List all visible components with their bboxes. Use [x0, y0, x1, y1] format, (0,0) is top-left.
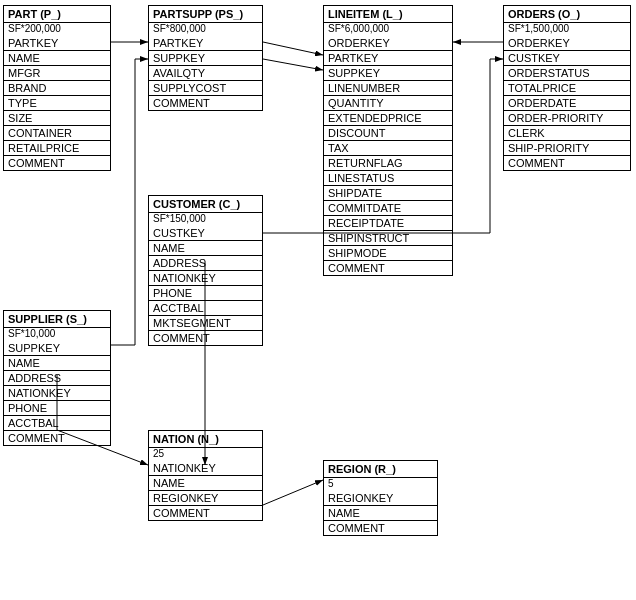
region-field-name: NAME	[324, 506, 437, 521]
lineitem-field-receiptdate: RECEIPTDATE	[324, 216, 452, 231]
partsupp-to-lineitem-partkey-arrow	[263, 42, 323, 55]
partsupp-table-header: PARTSUPP (PS_)	[149, 6, 262, 23]
nation-field-regionkey: REGIONKEY	[149, 491, 262, 506]
customer-table-sf: SF*150,000	[149, 213, 262, 226]
part-field-name: NAME	[4, 51, 110, 66]
nation-table-header: NATION (N_)	[149, 431, 262, 448]
lineitem-field-comment: COMMENT	[324, 261, 452, 275]
region-table-sf: 5	[324, 478, 437, 491]
lineitem-table-sf: SF*6,000,000	[324, 23, 452, 36]
partsupp-table-sf: SF*800,000	[149, 23, 262, 36]
part-table-sf: SF*200,000	[4, 23, 110, 36]
lineitem-field-linenumber: LINENUMBER	[324, 81, 452, 96]
customer-field-custkey: CUSTKEY	[149, 226, 262, 241]
orders-field-clerk: CLERK	[504, 126, 630, 141]
orders-field-orderkey: ORDERKEY	[504, 36, 630, 51]
region-field-regionkey: REGIONKEY	[324, 491, 437, 506]
partsupp-to-lineitem-suppkey-arrow	[263, 59, 323, 70]
part-field-retailprice: RETAILPRICE	[4, 141, 110, 156]
supplier-field-acctbal: ACCTBAL	[4, 416, 110, 431]
orders-field-orderpriority: ORDER-PRIORITY	[504, 111, 630, 126]
lineitem-field-extendedprice: EXTENDEDPRICE	[324, 111, 452, 126]
supplier-field-name: NAME	[4, 356, 110, 371]
supplier-field-phone: PHONE	[4, 401, 110, 416]
nation-to-region-regionkey-arrow	[263, 480, 323, 505]
orders-field-shippriority: SHIP-PRIORITY	[504, 141, 630, 156]
supplier-table: SUPPLIER (S_) SF*10,000 SUPPKEY NAME ADD…	[3, 310, 111, 446]
region-field-comment: COMMENT	[324, 521, 437, 535]
region-table-header: REGION (R_)	[324, 461, 437, 478]
part-field-size: SIZE	[4, 111, 110, 126]
nation-table-sf: 25	[149, 448, 262, 461]
part-field-brand: BRAND	[4, 81, 110, 96]
region-table: REGION (R_) 5 REGIONKEY NAME COMMENT	[323, 460, 438, 536]
orders-field-totalprice: TOTALPRICE	[504, 81, 630, 96]
lineitem-table: LINEITEM (L_) SF*6,000,000 ORDERKEY PART…	[323, 5, 453, 276]
partsupp-field-comment: COMMENT	[149, 96, 262, 110]
lineitem-field-suppkey: SUPPKEY	[324, 66, 452, 81]
supplier-table-header: SUPPLIER (S_)	[4, 311, 110, 328]
customer-field-name: NAME	[149, 241, 262, 256]
lineitem-field-shipdate: SHIPDATE	[324, 186, 452, 201]
supplier-field-suppkey: SUPPKEY	[4, 341, 110, 356]
supplier-to-partsupp-suppkey-arrow	[111, 59, 148, 345]
orders-field-custkey: CUSTKEY	[504, 51, 630, 66]
nation-table: NATION (N_) 25 NATIONKEY NAME REGIONKEY …	[148, 430, 263, 521]
supplier-table-sf: SF*10,000	[4, 328, 110, 341]
orders-table-header: ORDERS (O_)	[504, 6, 630, 23]
orders-field-comment: COMMENT	[504, 156, 630, 170]
customer-field-nationkey: NATIONKEY	[149, 271, 262, 286]
nation-field-comment: COMMENT	[149, 506, 262, 520]
partsupp-field-supplycost: SUPPLYCOST	[149, 81, 262, 96]
nation-field-nationkey: NATIONKEY	[149, 461, 262, 476]
part-field-mfgr: MFGR	[4, 66, 110, 81]
lineitem-field-discount: DISCOUNT	[324, 126, 452, 141]
orders-table-sf: SF*1,500,000	[504, 23, 630, 36]
partsupp-field-availqty: AVAILQTY	[149, 66, 262, 81]
lineitem-table-header: LINEITEM (L_)	[324, 6, 452, 23]
part-field-container: CONTAINER	[4, 126, 110, 141]
part-table: PART (P_) SF*200,000 PARTKEY NAME MFGR B…	[3, 5, 111, 171]
lineitem-field-commitdate: COMMITDATE	[324, 201, 452, 216]
supplier-field-address: ADDRESS	[4, 371, 110, 386]
part-table-header: PART (P_)	[4, 6, 110, 23]
lineitem-field-quantity: QUANTITY	[324, 96, 452, 111]
lineitem-field-returnflag: RETURNFLAG	[324, 156, 452, 171]
lineitem-field-shipmode: SHIPMODE	[324, 246, 452, 261]
part-field-comment: COMMENT	[4, 156, 110, 170]
supplier-field-nationkey: NATIONKEY	[4, 386, 110, 401]
customer-table-header: CUSTOMER (C_)	[149, 196, 262, 213]
lineitem-field-linestatus: LINESTATUS	[324, 171, 452, 186]
orders-field-orderstatus: ORDERSTATUS	[504, 66, 630, 81]
customer-table: CUSTOMER (C_) SF*150,000 CUSTKEY NAME AD…	[148, 195, 263, 346]
supplier-field-comment: COMMENT	[4, 431, 110, 445]
partsupp-field-partkey: PARTKEY	[149, 36, 262, 51]
lineitem-field-partkey: PARTKEY	[324, 51, 452, 66]
customer-field-mktsegment: MKTSEGMENT	[149, 316, 262, 331]
customer-field-comment: COMMENT	[149, 331, 262, 345]
lineitem-field-orderkey: ORDERKEY	[324, 36, 452, 51]
lineitem-field-tax: TAX	[324, 141, 452, 156]
partsupp-field-suppkey: SUPPKEY	[149, 51, 262, 66]
customer-field-acctbal: ACCTBAL	[149, 301, 262, 316]
part-field-type: TYPE	[4, 96, 110, 111]
customer-field-address: ADDRESS	[149, 256, 262, 271]
lineitem-field-shipinstruct: SHIPINSTRUCT	[324, 231, 452, 246]
orders-table: ORDERS (O_) SF*1,500,000 ORDERKEY CUSTKE…	[503, 5, 631, 171]
part-field-partkey: PARTKEY	[4, 36, 110, 51]
partsupp-table: PARTSUPP (PS_) SF*800,000 PARTKEY SUPPKE…	[148, 5, 263, 111]
nation-field-name: NAME	[149, 476, 262, 491]
orders-field-orderdate: ORDERDATE	[504, 96, 630, 111]
customer-field-phone: PHONE	[149, 286, 262, 301]
erd-diagram: PART (P_) SF*200,000 PARTKEY NAME MFGR B…	[0, 0, 636, 600]
